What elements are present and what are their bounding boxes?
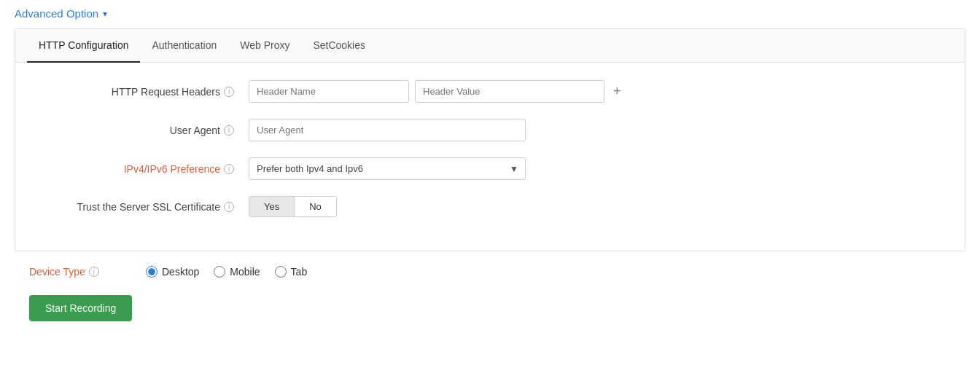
mobile-radio[interactable] bbox=[214, 266, 225, 278]
ssl-yes-button[interactable]: Yes bbox=[249, 197, 295, 216]
tab-set-cookies[interactable]: SetCookies bbox=[301, 29, 377, 63]
device-type-label: Device Type i bbox=[29, 266, 124, 278]
header-name-input[interactable] bbox=[249, 80, 409, 103]
device-type-desktop: Desktop bbox=[146, 266, 199, 278]
add-header-icon[interactable]: + bbox=[610, 81, 624, 102]
header-value-input[interactable] bbox=[415, 80, 604, 103]
device-type-section: Device Type i Desktop Mobile Tab bbox=[29, 266, 965, 278]
ssl-certificate-toggle-group: Yes No bbox=[249, 196, 936, 217]
http-request-headers-info-icon[interactable]: i bbox=[224, 87, 234, 97]
ssl-toggle-group: Yes No bbox=[249, 196, 337, 217]
ssl-certificate-row: Trust the Server SSL Certificate i Yes N… bbox=[44, 196, 936, 217]
device-type-radio-group: Desktop Mobile Tab bbox=[146, 266, 307, 278]
mobile-label[interactable]: Mobile bbox=[230, 266, 260, 278]
user-agent-input-group bbox=[249, 119, 936, 141]
user-agent-row: User Agent i bbox=[44, 119, 936, 141]
device-type-tab: Tab bbox=[275, 266, 308, 278]
advanced-option-card: HTTP Configuration Authentication Web Pr… bbox=[15, 28, 965, 251]
tab-authentication[interactable]: Authentication bbox=[140, 29, 228, 63]
http-request-headers-row: HTTP Request Headers i + bbox=[44, 80, 936, 103]
ipv-preference-select[interactable]: Prefer both Ipv4 and Ipv6 Prefer Ipv4 Pr… bbox=[249, 157, 526, 180]
user-agent-info-icon[interactable]: i bbox=[224, 125, 234, 136]
ipv-preference-select-group: Prefer both Ipv4 and Ipv6 Prefer Ipv4 Pr… bbox=[249, 157, 936, 180]
start-recording-button[interactable]: Start Recording bbox=[29, 295, 132, 321]
ipv-preference-row: IPv4/IPv6 Preference i Prefer both Ipv4 … bbox=[44, 157, 936, 180]
user-agent-label: User Agent i bbox=[44, 125, 249, 136]
http-request-headers-inputs: + bbox=[249, 80, 936, 103]
user-agent-input[interactable] bbox=[249, 119, 526, 141]
desktop-label[interactable]: Desktop bbox=[162, 266, 199, 278]
ipv-preference-select-wrapper: Prefer both Ipv4 and Ipv6 Prefer Ipv4 Pr… bbox=[249, 157, 526, 180]
ssl-certificate-info-icon[interactable]: i bbox=[224, 202, 234, 212]
device-type-info-icon[interactable]: i bbox=[89, 267, 99, 277]
card-body: HTTP Request Headers i + User Agent i bbox=[15, 63, 965, 251]
chevron-down-icon: ▾ bbox=[103, 9, 107, 19]
device-type-mobile: Mobile bbox=[214, 266, 260, 278]
tab-radio[interactable] bbox=[275, 266, 287, 278]
desktop-radio[interactable] bbox=[146, 266, 158, 278]
http-request-headers-label: HTTP Request Headers i bbox=[44, 86, 249, 98]
ssl-certificate-label: Trust the Server SSL Certificate i bbox=[44, 201, 249, 213]
tab-web-proxy[interactable]: Web Proxy bbox=[228, 29, 301, 63]
ipv-preference-label: IPv4/IPv6 Preference i bbox=[44, 163, 249, 175]
tab-label[interactable]: Tab bbox=[291, 266, 308, 278]
tab-http-configuration[interactable]: HTTP Configuration bbox=[27, 29, 140, 63]
ipv-preference-info-icon[interactable]: i bbox=[224, 164, 234, 174]
tab-bar: HTTP Configuration Authentication Web Pr… bbox=[15, 29, 965, 63]
ssl-no-button[interactable]: No bbox=[295, 197, 336, 216]
advanced-option-label: Advanced Option bbox=[15, 7, 98, 20]
advanced-option-toggle[interactable]: Advanced Option ▾ bbox=[15, 7, 965, 20]
